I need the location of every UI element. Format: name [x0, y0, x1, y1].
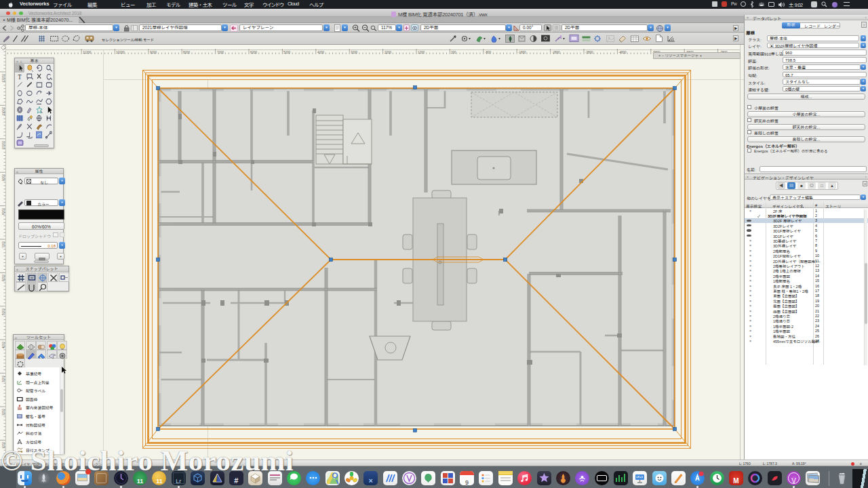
svg-text:1200: 1200 — [418, 51, 425, 54]
svg-text:10200: 10200 — [116, 51, 125, 54]
svg-text:5000: 5000 — [2, 308, 5, 316]
svg-text:3000: 3000 — [2, 375, 5, 383]
svg-text:9200: 9200 — [150, 51, 157, 54]
svg-text:2200: 2200 — [384, 51, 392, 54]
svg-text:-3800: -3800 — [585, 51, 593, 54]
svg-text:T: T — [18, 73, 22, 81]
svg-text:8200: 8200 — [183, 51, 191, 54]
svg-text:5200: 5200 — [283, 51, 291, 54]
svg-text:8000: 8000 — [2, 208, 5, 216]
svg-text:200: 200 — [451, 51, 456, 54]
svg-text:6000: 6000 — [2, 274, 5, 282]
svg-text:12000: 12000 — [2, 74, 5, 83]
svg-text:7000: 7000 — [2, 241, 5, 249]
svg-text:-2800: -2800 — [552, 51, 560, 54]
svg-text:-4800: -4800 — [618, 51, 627, 54]
svg-text:11200: 11200 — [83, 51, 92, 54]
svg-text:4200: 4200 — [317, 51, 325, 54]
svg-text:9000: 9000 — [2, 174, 5, 182]
svg-text:-1800: -1800 — [518, 51, 526, 54]
svg-text:10000: 10000 — [2, 141, 5, 150]
svg-text:7200: 7200 — [217, 51, 224, 54]
svg-text:11000: 11000 — [2, 107, 5, 116]
svg-text:2000: 2000 — [2, 409, 5, 416]
svg-text:6200: 6200 — [250, 51, 258, 54]
svg-text:-800: -800 — [485, 51, 492, 54]
svg-text:3200: 3200 — [351, 51, 358, 54]
svg-text:4000: 4000 — [2, 342, 5, 349]
